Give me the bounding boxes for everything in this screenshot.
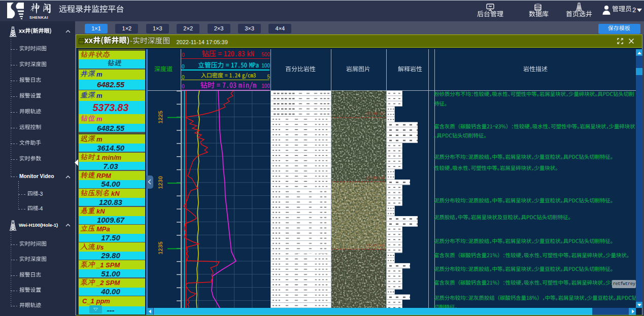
svg-text:17:02:33: 17:02:33 (366, 176, 384, 180)
svg-text:17:40:37: 17:40:37 (366, 112, 384, 116)
svg-text:17:47:29: 17:47:29 (366, 243, 384, 248)
